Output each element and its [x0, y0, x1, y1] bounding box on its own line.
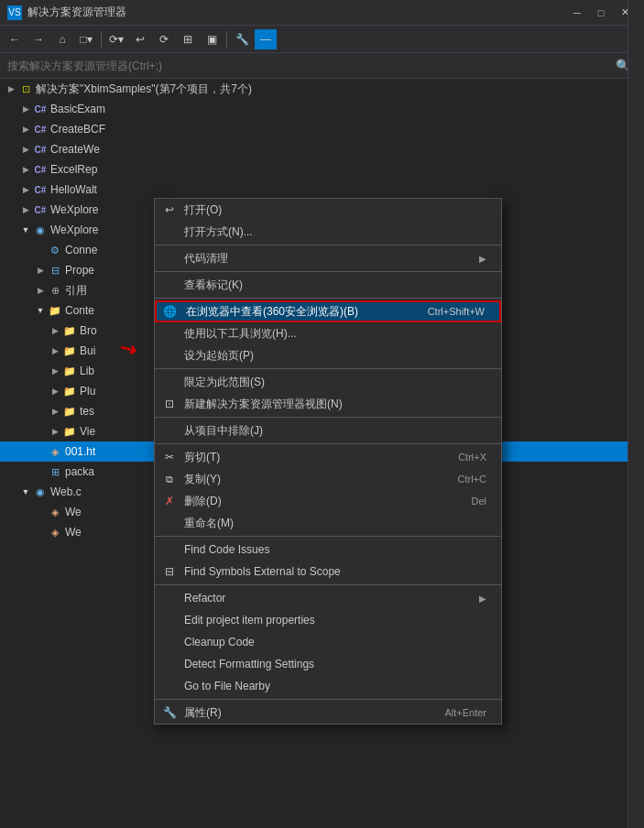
ctx-item-delete[interactable]: ✗ 删除(D) Del — [155, 490, 501, 512]
ctx-item-cleanup-code[interactable]: Cleanup Code — [155, 631, 501, 653]
folder-icon-plu: 📁 — [62, 384, 77, 398]
collapse-button[interactable]: □▾ — [75, 29, 97, 49]
ctx-item-open-with[interactable]: 打开方式(N)... — [155, 221, 501, 243]
ctx-item-find-symbols[interactable]: ⊟ Find Symbols External to Scope — [155, 561, 501, 583]
ctx-shortcut-copy: Ctrl+C — [458, 474, 486, 485]
folder-icon-bui: 📁 — [62, 343, 77, 358]
tree-label-solution: 解决方案"XbimSamples"(第7个项目，共7个) — [36, 82, 252, 97]
tree-label-html001: 001.ht — [65, 445, 95, 458]
home-button[interactable]: ⌂ — [51, 29, 73, 49]
folder-icon-test: 📁 — [62, 404, 77, 419]
grid-button[interactable]: ⊞ — [177, 29, 199, 49]
ctx-label-properties: 属性(R) — [184, 705, 222, 721]
sync-button[interactable]: ⟳ — [153, 29, 175, 49]
ctx-item-code-cleanup[interactable]: 代码清理 ▶ — [155, 247, 501, 269]
tree-arrow-basicexam: ▶ — [18, 102, 33, 116]
tree-label-basicexam: BasicExam — [50, 103, 105, 115]
folder-icon-lib: 📁 — [62, 364, 77, 378]
right-sidebar: 解决方案资源管理器 — [628, 79, 644, 828]
tree-arrow-ref: ▶ — [33, 283, 48, 298]
ctx-sep-5 — [155, 417, 501, 418]
solution-explorer-tree: ▶ ⊡ 解决方案"XbimSamples"(第7个项目，共7个) ▶ C# Ba… — [0, 79, 644, 828]
active-button[interactable]: — — [255, 29, 277, 49]
context-menu: ↩ 打开(O) 打开方式(N)... 代码清理 ▶ 查看标记(K) 🌐 在浏览器… — [154, 198, 502, 724]
tree-arrow-wexplore1: ▶ — [18, 202, 33, 217]
ctx-sep-4 — [155, 368, 501, 369]
ctx-label-delete: 删除(D) — [184, 494, 222, 509]
tree-label-bui: Bui — [80, 344, 95, 357]
delete-icon: ✗ — [162, 494, 177, 508]
cs-icon-createbcf: C# — [33, 122, 48, 136]
refresh-dropdown-button[interactable]: ⟳▾ — [105, 29, 127, 49]
ctx-item-set-start[interactable]: 设为起始页(P) — [155, 344, 501, 366]
ctx-label-rename: 重命名(M) — [184, 516, 234, 531]
tree-arrow-bro: ▶ — [48, 323, 62, 338]
preview-button[interactable]: ▣ — [201, 29, 223, 49]
find-symbols-icon: ⊟ — [162, 564, 177, 579]
ctx-label-scope: 限定为此范围(S) — [184, 375, 265, 390]
tree-label-test: tes — [80, 405, 94, 418]
forward-button[interactable]: → — [27, 29, 49, 49]
prop-icon: ⊟ — [48, 263, 62, 278]
ctx-item-rename[interactable]: 重命名(M) — [155, 512, 501, 534]
search-input[interactable] — [7, 60, 616, 72]
tree-arrow-content: ▼ — [33, 303, 48, 318]
maximize-button[interactable]: □ — [589, 4, 613, 22]
tree-arrow-hellowalt: ▶ — [18, 182, 33, 197]
cs-icon-basicexam: C# — [33, 102, 48, 116]
search-bar: 🔍▾ — [0, 53, 644, 79]
new-view-icon: ⊡ — [162, 397, 177, 411]
ctx-label-view-browser: 在浏览器中查看(360安全浏览器)(B) — [186, 304, 358, 320]
folder-icon-vie: 📁 — [62, 424, 77, 439]
ctx-label-new-view: 新建解决方案资源管理器视图(N) — [184, 397, 343, 412]
cs-icon-hellowalt: C# — [33, 182, 48, 197]
tree-item-createwe[interactable]: ▶ C# CreateWe — [0, 139, 644, 159]
ctx-item-find-issues[interactable]: Find Code Issues — [155, 539, 501, 561]
ctx-label-refactor: Refactor — [184, 592, 225, 605]
undo-button[interactable]: ↩ — [129, 29, 151, 49]
ctx-item-edit-props[interactable]: Edit project item properties — [155, 609, 501, 631]
settings-button[interactable]: 🔧 — [231, 29, 253, 49]
ctx-label-open: 打开(O) — [184, 202, 222, 218]
ctx-item-new-view[interactable]: ⊡ 新建解决方案资源管理器视图(N) — [155, 393, 501, 415]
tree-item-createbcf[interactable]: ▶ C# CreateBCF — [0, 119, 644, 139]
ctx-label-edit-props: Edit project item properties — [184, 614, 315, 626]
separator-1 — [101, 31, 102, 48]
tree-item-solution[interactable]: ▶ ⊡ 解决方案"XbimSamples"(第7个项目，共7个) — [0, 79, 644, 99]
minimize-button[interactable]: ─ — [565, 4, 589, 22]
ctx-label-copy: 复制(Y) — [184, 472, 221, 487]
ctx-item-browse-with[interactable]: 使用以下工具浏览(H)... — [155, 322, 501, 344]
ctx-item-open[interactable]: ↩ 打开(O) — [155, 199, 501, 221]
ctx-label-open-with: 打开方式(N)... — [184, 224, 253, 240]
tree-item-basicexam[interactable]: ▶ C# BasicExam — [0, 99, 644, 119]
tree-item-hellowalt[interactable]: ▶ C# HelloWalt — [0, 180, 644, 200]
tree-arrow-package — [33, 464, 48, 479]
tree-item-excelrep[interactable]: ▶ C# ExcelRep — [0, 159, 644, 180]
ctx-item-detect-format[interactable]: Detect Formatting Settings — [155, 653, 501, 675]
ctx-item-cut[interactable]: ✂ 剪切(T) Ctrl+X — [155, 446, 501, 468]
ctx-arrow-code-cleanup: ▶ — [479, 254, 486, 264]
tree-arrow-vie: ▶ — [48, 424, 62, 439]
window-controls: ─ □ ✕ — [565, 4, 637, 22]
browser-icon: 🌐 — [162, 304, 177, 319]
web-icon-wexplore2: ◉ — [33, 223, 48, 237]
ctx-item-view-browser[interactable]: 🌐 在浏览器中查看(360安全浏览器)(B) Ctrl+Shift+W — [155, 300, 501, 322]
ctx-item-go-nearby[interactable]: Go to File Nearby — [155, 675, 501, 697]
tree-label-createwe: CreateWe — [50, 143, 100, 156]
window-title: 解决方案资源管理器 — [27, 5, 565, 20]
ctx-item-refactor[interactable]: Refactor ▶ — [155, 587, 501, 609]
cs-icon-wexplore1: C# — [33, 202, 48, 217]
ctx-item-properties[interactable]: 🔧 属性(R) Alt+Enter — [155, 702, 501, 724]
tree-arrow-proper: ▶ — [33, 263, 48, 278]
back-button[interactable]: ← — [4, 29, 26, 49]
ctx-item-scope[interactable]: 限定为此范围(S) — [155, 371, 501, 393]
tree-arrow-connect — [33, 243, 48, 257]
ctx-item-copy[interactable]: ⧉ 复制(Y) Ctrl+C — [155, 468, 501, 490]
ctx-label-find-symbols: Find Symbols External to Scope — [184, 565, 341, 578]
tree-arrow-createbcf: ▶ — [18, 122, 33, 136]
cs-icon-createwe: C# — [33, 142, 48, 157]
ctx-item-exclude[interactable]: 从项目中排除(J) — [155, 419, 501, 441]
tree-arrow-we1 — [33, 505, 48, 519]
ctx-item-view-marks[interactable]: 查看标记(K) — [155, 274, 501, 296]
ctx-sep-1 — [155, 245, 501, 245]
